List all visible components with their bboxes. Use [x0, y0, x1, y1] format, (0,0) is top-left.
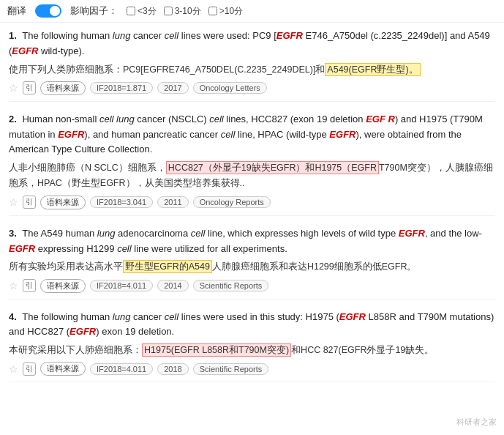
star-1[interactable]: ☆ [9, 82, 18, 94]
cn-highlight-2: HCC827（外显子19缺失EGFR）和H1975（EGFR [166, 161, 379, 174]
egfr-2c: EGFR [329, 129, 356, 140]
year-tag-4: 2018 [157, 363, 188, 375]
cite-2[interactable]: 引 [23, 196, 36, 209]
egfr-2a: EGF R [366, 114, 395, 124]
egfr-3a: EGFR [399, 228, 425, 239]
cite-1[interactable]: 引 [23, 81, 36, 94]
filter-3to10[interactable]: 3-10分 [164, 5, 201, 18]
egfr-3b: EGFR [9, 243, 35, 254]
if-tag-2: IF2018=3.041 [90, 196, 153, 208]
filter-more10[interactable]: >10分 [208, 5, 243, 18]
result-4-number: 4. [9, 311, 17, 322]
result-item-3: 3. The A549 human lung adenocarcinoma ce… [9, 226, 495, 300]
year-tag-3: 2014 [157, 280, 188, 291]
if-tag-4: IF2018=4.011 [90, 363, 153, 375]
star-3[interactable]: ☆ [9, 280, 18, 291]
result-3-number: 3. [9, 228, 17, 239]
cellung-2: cell lung [99, 114, 135, 124]
star-2[interactable]: ☆ [9, 196, 18, 208]
result-3-cn: 所有实验均采用表达高水平野生型EGFR的A549人肺腺癌细胞系和表达H1299细… [9, 259, 495, 275]
result-1-number: 1. [9, 30, 17, 41]
egfr-4a: EGFR [339, 311, 366, 322]
result-1-cn: 使用下列人类肺癌细胞系：PC9[EGFRE746_A750DEL(C.2235_… [9, 62, 495, 78]
journal-tag-3: Scientific Reports [193, 280, 269, 291]
egfr-4b: EGFR [69, 326, 96, 337]
result-2-number: 2. [9, 114, 17, 124]
cn-highlight-4: H1975(EGFR L858R和T790M突变) [142, 343, 291, 357]
top-bar: 翻译 影响因子： <3分 3-10分 >10分 [0, 0, 504, 23]
filter-more10-checkbox[interactable] [208, 7, 217, 15]
journal-tag-1: Oncology Letters [193, 82, 267, 94]
source-tag-2[interactable]: 语料来源 [40, 196, 86, 209]
watermark: 科研者之家 [456, 417, 497, 428]
result-3-en: 3. The A549 human lung adenocarcinoma ce… [9, 226, 495, 257]
content: 1. The following human lung cancer cell … [0, 23, 504, 398]
cell-1: cell [165, 30, 179, 41]
journal-tag-4: Scientific Reports [193, 363, 269, 375]
filter-group: <3分 3-10分 >10分 [127, 5, 243, 18]
result-3-meta: ☆ 引 语料来源 IF2018=4.011 2014 Scientific Re… [9, 279, 495, 293]
cell-3: cell [191, 228, 206, 239]
year-tag-2: 2011 [157, 196, 188, 208]
lung-1: lung [113, 30, 131, 41]
source-tag-1[interactable]: 语料来源 [40, 81, 86, 95]
cite-4[interactable]: 引 [23, 362, 36, 376]
egfr-1b: EGFR [12, 45, 38, 56]
lung-4: lung [113, 311, 131, 322]
cell-2: cell [209, 114, 224, 124]
result-1-en: 1. The following human lung cancer cell … [9, 29, 495, 59]
filter-less3[interactable]: <3分 [127, 5, 157, 18]
cn-highlight-3: 野生型EGFR的A549 [123, 260, 212, 273]
result-4-en: 4. The following human lung cancer cell … [9, 310, 495, 341]
cell-4: cell [165, 311, 179, 322]
star-4[interactable]: ☆ [9, 363, 18, 375]
cite-3[interactable]: 引 [23, 279, 36, 292]
cell-2b: cell [221, 129, 236, 140]
filter-less3-checkbox[interactable] [127, 7, 135, 15]
result-2-cn: 人非小细胞肺癌（N SCLC）细胞系，HCC827（外显子19缺失EGFR）和H… [9, 160, 495, 192]
result-4-cn: 本研究采用以下人肺癌细胞系：H1975(EGFR L858R和T790M突变)和… [9, 343, 495, 358]
result-item-2: 2. Human non-small cell lung cancer (NSC… [9, 112, 495, 216]
source-tag-4[interactable]: 语料来源 [40, 362, 86, 376]
result-item-4: 4. The following human lung cancer cell … [9, 310, 495, 383]
lung-3: lung [97, 228, 116, 239]
source-tag-3[interactable]: 语料来源 [40, 279, 86, 293]
translate-toggle[interactable] [35, 4, 61, 18]
result-2-meta: ☆ 引 语料来源 IF2018=3.041 2011 Oncology Repo… [9, 196, 495, 209]
egfr-2b: EGFR [58, 129, 84, 140]
journal-tag-2: Oncology Reports [193, 196, 271, 208]
result-item-1: 1. The following human lung cancer cell … [9, 29, 495, 102]
translate-label: 翻译 [7, 4, 26, 18]
if-tag-3: IF2018=4.011 [90, 280, 153, 291]
result-4-meta: ☆ 引 语料来源 IF2018=4.011 2018 Scientific Re… [9, 362, 495, 376]
result-2-en: 2. Human non-small cell lung cancer (NSC… [9, 112, 495, 157]
if-tag-1: IF2018=1.871 [90, 82, 153, 94]
influence-label: 影响因子： [70, 4, 118, 18]
egfr-1a: EGFR [277, 30, 303, 41]
result-1-meta: ☆ 引 语料来源 IF2018=1.871 2017 Oncology Lett… [9, 81, 495, 95]
cn-highlight-1: A549(EGFR野生型)。 [325, 63, 420, 76]
filter-3to10-checkbox[interactable] [164, 7, 173, 15]
year-tag-1: 2017 [157, 82, 188, 94]
cell-3b: cell [117, 243, 132, 254]
